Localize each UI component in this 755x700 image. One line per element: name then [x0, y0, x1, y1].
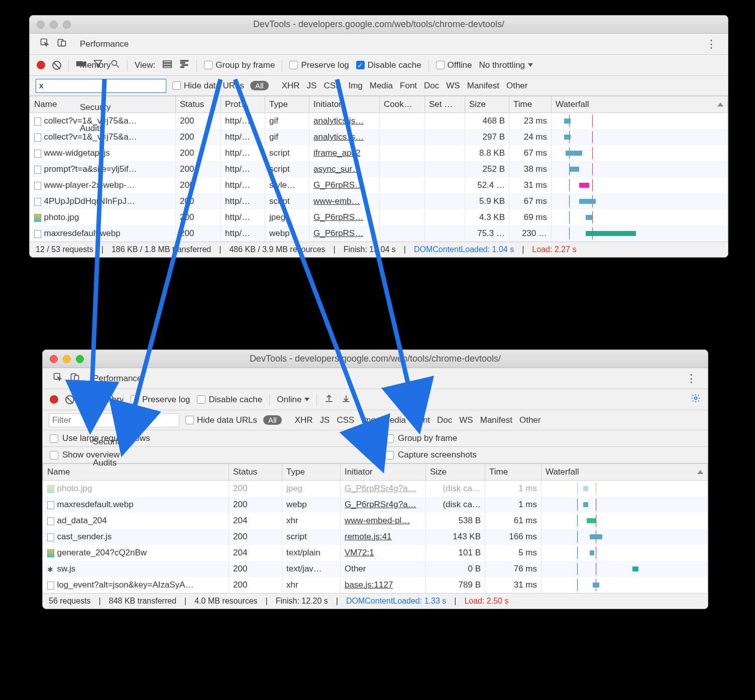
table-row[interactable]: maxresdefault.webp200http/…webpG_P6rpRS…… — [30, 225, 728, 242]
table-row[interactable]: prompt?t=a&site=ylj5if…200http/…scriptas… — [30, 161, 728, 177]
group-by-frame-checkbox[interactable]: Group by frame — [204, 60, 275, 70]
table-row[interactable]: photo.jpg200http/…jpegG_P6rpRS…4.3 KB69 … — [30, 209, 728, 225]
clear-button[interactable] — [65, 395, 74, 404]
filter-type-css[interactable]: CSS — [323, 81, 341, 90]
filter-all-pill[interactable]: All — [250, 81, 269, 90]
group-by-frame-checkbox[interactable]: Group by frame — [385, 433, 701, 443]
filter-type-xhr[interactable]: XHR — [282, 81, 300, 90]
table-row[interactable]: maxresdefault.webp200webpG_P6rpRSr4g?a…(… — [43, 497, 708, 513]
throttling-select[interactable]: Online — [277, 395, 309, 405]
col-waterfall[interactable]: Waterfall — [552, 96, 728, 113]
filter-type-img[interactable]: Img — [361, 415, 375, 425]
col-size[interactable]: Size — [465, 96, 509, 113]
filter-type-doc[interactable]: Doc — [437, 415, 452, 425]
filter-all-pill[interactable]: All — [263, 415, 282, 425]
disable-cache-checkbox[interactable]: Disable cache — [197, 395, 262, 405]
filter-type-img[interactable]: Img — [348, 81, 362, 90]
close-icon[interactable] — [50, 355, 58, 363]
table-row[interactable]: generate_204?cQ2nBw204text/plainVM72:110… — [43, 545, 708, 561]
table-row[interactable]: ✱sw.js200text/jav…Other0 B76 ms — [43, 561, 708, 577]
table-row[interactable]: www-player-2x-webp-…200http/…style…G_P6r… — [30, 177, 728, 193]
col-time[interactable]: Time — [509, 96, 552, 113]
inspect-icon[interactable] — [40, 38, 50, 50]
filter-type-other[interactable]: Other — [519, 415, 541, 425]
tab-performance[interactable]: Performance — [73, 34, 136, 55]
record-button[interactable] — [37, 61, 45, 69]
col-initiator[interactable]: Initiator — [309, 96, 380, 113]
device-toggle-icon[interactable] — [70, 372, 80, 385]
col-set[interactable]: Set … — [425, 96, 465, 113]
minimize-icon[interactable] — [50, 21, 58, 29]
filter-type-other[interactable]: Other — [506, 81, 528, 90]
table-row[interactable]: photo.jpg200jpegG_P6rpRSr4g?a…(disk ca…1… — [43, 481, 708, 497]
status-bar: 12 / 53 requests| 186 KB / 1.8 MB transf… — [30, 242, 728, 257]
more-menu-icon[interactable]: ⋮ — [679, 372, 704, 385]
col-status[interactable]: Status — [176, 96, 221, 113]
filter-input[interactable] — [49, 413, 179, 427]
hide-data-urls-checkbox[interactable]: Hide data URLs — [172, 81, 244, 91]
filter-type-media[interactable]: Media — [370, 81, 393, 90]
offline-checkbox[interactable]: Offline — [436, 60, 472, 70]
filter-type-css[interactable]: CSS — [337, 415, 354, 425]
filter-type-js[interactable]: JS — [320, 415, 330, 425]
svg-point-20 — [695, 397, 697, 400]
col-initiator[interactable]: Initiator — [341, 464, 426, 481]
preserve-log-checkbox[interactable]: Preserve log — [289, 60, 349, 70]
col-status[interactable]: Status — [229, 464, 282, 481]
table-row[interactable]: log_event?alt=json&key=AIzaSyA…200xhrbas… — [43, 577, 708, 593]
status-load: Load: 2.27 s — [532, 245, 576, 254]
more-menu-icon[interactable]: ⋮ — [699, 38, 724, 51]
import-har-icon[interactable] — [341, 393, 351, 406]
col-cook[interactable]: Cook… — [380, 96, 425, 113]
record-button[interactable] — [50, 395, 58, 404]
throttling-select[interactable]: No throttling — [479, 60, 533, 70]
filter-type-font[interactable]: Font — [413, 415, 430, 425]
hide-data-urls-checkbox[interactable]: Hide data URLs — [185, 415, 257, 425]
filter-icon[interactable] — [89, 393, 99, 406]
tab-security[interactable]: Security — [73, 97, 136, 118]
svg-rect-6 — [163, 61, 172, 62]
capture-screenshots-checkbox[interactable]: Capture screenshots — [385, 450, 701, 460]
filter-type-manifest[interactable]: Manifest — [467, 81, 499, 90]
clear-button[interactable] — [52, 61, 61, 70]
filter-type-js[interactable]: JS — [307, 81, 317, 90]
overview-toggle-icon[interactable] — [179, 59, 189, 71]
large-rows-toggle-icon[interactable] — [162, 59, 172, 71]
col-prot[interactable]: Prot… — [221, 96, 265, 113]
settings-icon[interactable] — [691, 393, 701, 406]
status-resources: 4.0 MB resources — [194, 597, 257, 606]
zoom-icon[interactable] — [63, 21, 71, 29]
filter-icon[interactable] — [93, 59, 103, 71]
inspect-icon[interactable] — [53, 372, 63, 385]
tab-performance[interactable]: Performance — [86, 368, 149, 389]
filter-type-manifest[interactable]: Manifest — [480, 415, 512, 425]
filter-type-doc[interactable]: Doc — [424, 81, 439, 90]
filter-type-ws[interactable]: WS — [459, 415, 473, 425]
col-time[interactable]: Time — [485, 464, 542, 481]
zoom-icon[interactable] — [76, 355, 84, 363]
table-row[interactable]: 4PUpJpDdHqrNInFpJ…200http/…scriptwww-emb… — [30, 193, 728, 209]
filter-type-xhr[interactable]: XHR — [295, 415, 313, 425]
filter-input[interactable] — [36, 79, 166, 93]
col-type[interactable]: Type — [282, 464, 341, 481]
minimize-icon[interactable] — [63, 355, 71, 363]
col-waterfall[interactable]: Waterfall — [542, 464, 708, 481]
filter-type-media[interactable]: Media — [383, 415, 406, 425]
search-icon[interactable] — [110, 59, 120, 71]
disable-cache-checkbox[interactable]: Disable cache — [356, 60, 421, 70]
col-size[interactable]: Size — [426, 464, 485, 481]
preserve-log-checkbox[interactable]: Preserve log — [131, 395, 190, 405]
table-row[interactable]: cast_sender.js200scriptremote.js:41143 K… — [43, 529, 708, 545]
camera-icon[interactable] — [76, 59, 86, 71]
large-rows-checkbox[interactable]: Use large request rows — [50, 433, 365, 443]
device-toggle-icon[interactable] — [57, 38, 67, 50]
show-overview-checkbox[interactable]: Show overview — [50, 450, 365, 460]
filter-type-font[interactable]: Font — [400, 81, 417, 90]
table-row[interactable]: ad_data_204204xhrwww-embed-pl…538 B61 ms — [43, 513, 708, 529]
close-icon[interactable] — [37, 21, 45, 29]
col-type[interactable]: Type — [265, 96, 309, 113]
search-icon[interactable] — [106, 393, 116, 406]
export-har-icon[interactable] — [324, 393, 334, 406]
table-row[interactable]: www-widgetapi.js200http/…scriptiframe_ap… — [30, 145, 728, 161]
filter-type-ws[interactable]: WS — [446, 81, 460, 90]
